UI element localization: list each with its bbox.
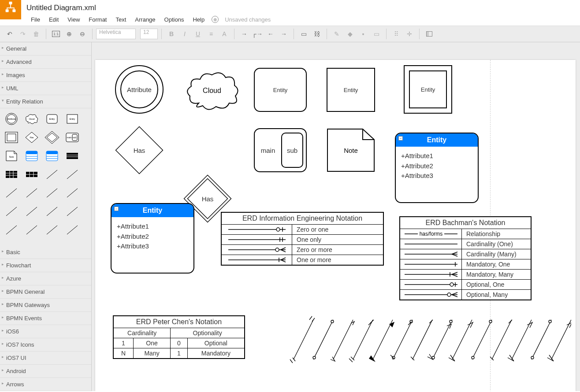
palette-line-13[interactable] [42, 221, 62, 239]
palette-has-double[interactable] [42, 129, 62, 146]
menu-view[interactable]: View [63, 15, 84, 25]
container-button[interactable]: ▭ [370, 28, 383, 40]
sidecat-general[interactable]: General [0, 42, 91, 55]
shape-main-sub[interactable]: mainsub [254, 128, 307, 172]
shape-attribute[interactable]: Attribute [115, 65, 164, 114]
shape-entity-double[interactable]: Entity [404, 65, 452, 114]
palette-line-10[interactable] [63, 203, 82, 220]
sidecat-arrows[interactable]: Arrows [0, 378, 91, 391]
collapse-icon[interactable]: – [114, 207, 119, 211]
palette-grid-1[interactable] [2, 166, 21, 183]
link-button[interactable]: ⛓ [311, 28, 323, 40]
font-family-input[interactable]: Helvetica [96, 29, 136, 39]
italic-button[interactable]: I [178, 28, 191, 40]
image-button[interactable]: ▭ [297, 28, 310, 40]
palette-entity-double[interactable] [2, 129, 21, 146]
palette-note[interactable]: Note [2, 147, 21, 165]
document-title[interactable]: Untitled Diagram.xml [26, 4, 580, 12]
undo-button[interactable]: ↶ [4, 28, 16, 40]
palette-line-12[interactable] [22, 221, 41, 239]
shape-entity-table-1[interactable]: –Entity +Attribute1 +Attribute2 +Attribu… [395, 133, 479, 203]
sidecat-entity-relation[interactable]: Entity Relation [0, 95, 91, 108]
sidecat-bpmn-events[interactable]: BPMN Events [0, 312, 91, 325]
shape-entity-rounded[interactable]: Entity [254, 68, 307, 112]
shape-has[interactable]: Has [115, 126, 164, 174]
palette-grid-2[interactable] [22, 166, 41, 183]
align-button[interactable]: ≡ [205, 28, 217, 40]
shape-erd-ie-notation[interactable]: ERD Information Engineering Notation Zer… [221, 212, 384, 266]
shape-note[interactable]: Note [327, 128, 375, 174]
palette-attribute[interactable]: Attribute [2, 110, 21, 128]
palette-entity-table-1[interactable] [22, 147, 41, 165]
palette-entity-square[interactable]: Entity [63, 110, 82, 128]
waypoint-button[interactable]: ┌→ [251, 28, 264, 40]
fill-color-button[interactable]: ◆ [344, 28, 356, 40]
collapse-icon[interactable]: – [398, 136, 403, 141]
palette-entity-table-2[interactable] [42, 147, 62, 165]
palette-line-14[interactable] [63, 221, 82, 239]
sidecat-flowchart[interactable]: Flowchart [0, 259, 91, 272]
zoom-in-button[interactable]: ⊕ [63, 28, 75, 40]
svg-rect-30 [6, 171, 17, 178]
palette-line-2[interactable] [63, 166, 82, 183]
guides-button[interactable]: ✛ [403, 28, 416, 40]
sidecat-azure[interactable]: Azure [0, 272, 91, 285]
sidecat-images[interactable]: Images [0, 69, 91, 82]
palette-line-1[interactable] [42, 166, 62, 183]
font-color-button[interactable]: A [218, 28, 231, 40]
menu-help[interactable]: Help [188, 15, 209, 25]
connection-button[interactable]: → [238, 28, 250, 40]
connection-samples[interactable] [280, 315, 571, 370]
palette-line-5[interactable] [42, 184, 62, 202]
sidecat-ios7-ui[interactable]: iOS7 UI [0, 351, 91, 365]
actual-size-button[interactable]: 1:1 [50, 28, 62, 40]
sidecat-uml[interactable]: UML [0, 82, 91, 95]
language-icon[interactable]: ⊕ [212, 16, 219, 23]
drawing-canvas[interactable]: Attribute Cloud Entity Entity Entity Has… [95, 60, 576, 391]
palette-line-4[interactable] [22, 184, 41, 202]
shape-entity-table-2[interactable]: –Entity +Attribute1 +Attribute2 +Attribu… [111, 203, 194, 274]
grid-dots-button[interactable]: ⠿ [390, 28, 402, 40]
svg-text:Cloud: Cloud [203, 87, 221, 94]
sidecat-android[interactable]: Android [0, 365, 91, 378]
palette-mainsub[interactable]: mainsub [63, 129, 82, 146]
line-start-button[interactable]: ← [264, 28, 277, 40]
sidecat-bpmn-general[interactable]: BPMN General [0, 285, 91, 299]
shape-cloud[interactable]: Cloud [183, 69, 241, 114]
underline-button[interactable]: U [192, 28, 204, 40]
line-end-button[interactable]: → [278, 28, 290, 40]
sidecat-ios6[interactable]: iOS6 [0, 325, 91, 338]
menu-arrange[interactable]: Arrange [130, 15, 160, 25]
zoom-out-button[interactable]: ⊖ [76, 28, 89, 40]
menu-edit[interactable]: Edit [45, 15, 63, 25]
sidecat-basic[interactable]: Basic [0, 246, 91, 259]
palette-has[interactable]: Has [22, 129, 41, 146]
menu-text[interactable]: Text [111, 15, 130, 25]
palette-table-dark[interactable] [63, 147, 82, 165]
shape-erd-bachman-notation[interactable]: ERD Bachman's Notation has/formsRelation… [399, 216, 532, 300]
shadow-button[interactable]: ▪ [357, 28, 369, 40]
menu-file[interactable]: File [26, 15, 45, 25]
palette-line-7[interactable] [2, 203, 21, 220]
sidecat-bpmn-gateways[interactable]: BPMN Gateways [0, 299, 91, 312]
palette-line-11[interactable] [2, 221, 21, 239]
palette-entity-round[interactable]: Entity [42, 110, 62, 128]
sidecat-advanced[interactable]: Advanced [0, 55, 91, 69]
line-color-button[interactable]: ✎ [331, 28, 343, 40]
canvas-area[interactable]: Attribute Cloud Entity Entity Entity Has… [92, 42, 580, 391]
shape-erd-chen-notation[interactable]: ERD Peter Chen's Notation CardinalityOpt… [113, 315, 245, 359]
palette-line-9[interactable] [42, 203, 62, 220]
palette-line-6[interactable] [63, 184, 82, 202]
menu-format[interactable]: Format [84, 15, 111, 25]
palette-cloud[interactable]: Cloud [22, 110, 41, 128]
font-size-input[interactable]: 12 [140, 29, 158, 39]
palette-line-8[interactable] [22, 203, 41, 220]
bold-button[interactable]: B [165, 28, 178, 40]
outline-button[interactable] [423, 28, 435, 40]
menu-options[interactable]: Options [160, 15, 189, 25]
sidecat-ios7-icons[interactable]: iOS7 Icons [0, 338, 91, 351]
shape-entity-square[interactable]: Entity [327, 68, 375, 112]
palette-line-3[interactable] [2, 184, 21, 202]
redo-button[interactable]: ↷ [17, 28, 29, 40]
delete-button[interactable]: 🗑 [30, 28, 42, 40]
